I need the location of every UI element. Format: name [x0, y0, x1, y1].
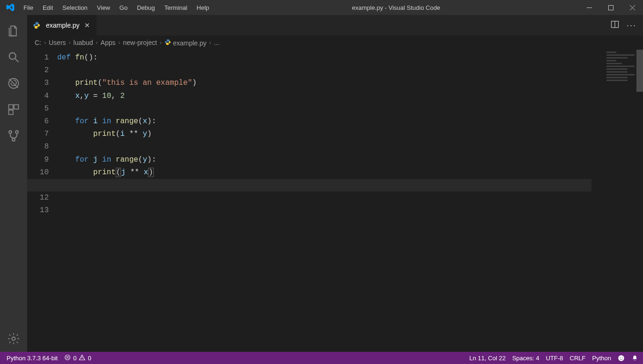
svg-rect-1: [608, 5, 613, 10]
extensions-icon[interactable]: [0, 97, 27, 123]
status-python-env[interactable]: Python 3.7.3 64-bit: [7, 355, 58, 362]
status-problems[interactable]: 0 0: [64, 354, 91, 362]
python-file-icon: [164, 39, 171, 45]
line-number: 10: [27, 166, 49, 179]
scrollbar-thumb[interactable]: [636, 50, 643, 92]
split-editor-icon[interactable]: [611, 20, 619, 30]
status-eol[interactable]: CRLF: [570, 355, 586, 362]
line-number: 6: [27, 115, 49, 128]
settings-gear-icon[interactable]: [0, 326, 27, 352]
tab-label: example.py: [46, 22, 80, 29]
code-line[interactable]: print(j ** x): [57, 166, 643, 179]
line-number: 8: [27, 141, 49, 153]
minimap[interactable]: [606, 52, 635, 112]
tabs-row: example.py ✕ ···: [27, 15, 643, 36]
more-actions-icon[interactable]: ···: [627, 21, 636, 30]
svg-rect-4: [9, 105, 13, 109]
menu-view[interactable]: View: [92, 1, 115, 14]
breadcrumb-item[interactable]: example.py: [164, 39, 207, 47]
svg-point-14: [620, 357, 621, 358]
error-icon: [64, 354, 71, 362]
code-line[interactable]: [57, 192, 643, 204]
close-button[interactable]: [621, 0, 643, 15]
code-line[interactable]: print(i ** y): [57, 128, 643, 141]
line-number: 7: [27, 128, 49, 141]
tab-close-icon[interactable]: ✕: [83, 22, 91, 29]
svg-rect-6: [9, 110, 13, 114]
status-feedback-icon[interactable]: [618, 355, 625, 362]
main: example.py ✕ ··· C:›Users›luabud›Apps›ne…: [0, 15, 643, 352]
vscode-logo-icon: [4, 3, 17, 12]
debug-disabled-icon[interactable]: [0, 70, 27, 97]
breadcrumbs[interactable]: C:›Users›luabud›Apps›new-project›example…: [27, 36, 643, 50]
svg-rect-0: [587, 7, 592, 8]
maximize-button[interactable]: [600, 0, 621, 15]
code-line[interactable]: print("this is an example"): [57, 77, 643, 89]
statusbar: Python 3.7.3 64-bit 0 0 Ln 11, Col 22 Sp…: [0, 352, 643, 364]
breadcrumb-item[interactable]: Apps: [101, 39, 116, 46]
python-env-label: Python 3.7.3 64-bit: [7, 355, 58, 362]
menu-go[interactable]: Go: [115, 1, 132, 14]
warning-icon: [79, 354, 85, 362]
warning-count: 0: [88, 355, 91, 362]
line-number: 4: [27, 90, 49, 103]
menu-debug[interactable]: Debug: [132, 1, 159, 14]
menu-help[interactable]: Help: [192, 1, 214, 14]
breadcrumb-item[interactable]: new-project: [123, 39, 157, 46]
window-controls: [578, 0, 643, 15]
tab-example-py[interactable]: example.py ✕: [27, 15, 97, 36]
editor-area: example.py ✕ ··· C:›Users›luabud›Apps›ne…: [27, 15, 643, 352]
svg-point-2: [9, 53, 16, 59]
code-line[interactable]: x,y = 10, 2: [57, 90, 643, 103]
svg-point-9: [12, 138, 15, 141]
titlebar: FileEditSelectionViewGoDebugTerminalHelp…: [0, 0, 643, 15]
code-line[interactable]: for i in range(x):: [57, 115, 643, 128]
chevron-right-icon: ›: [119, 39, 120, 46]
line-number: 2: [27, 64, 49, 77]
source-control-icon[interactable]: [0, 123, 27, 149]
code-line[interactable]: def fn():: [57, 52, 643, 64]
line-number: 12: [27, 192, 49, 204]
breadcrumb-item[interactable]: C:: [35, 39, 41, 46]
status-language[interactable]: Python: [592, 355, 611, 362]
line-number: 11: [27, 179, 49, 192]
code-content[interactable]: def fn(): print("this is an example") x,…: [57, 50, 643, 352]
status-cursor-pos[interactable]: Ln 11, Col 22: [470, 355, 506, 362]
line-number: 1: [27, 52, 49, 64]
svg-point-13: [618, 355, 624, 361]
status-bell-icon[interactable]: [631, 355, 638, 362]
menu-terminal[interactable]: Terminal: [159, 1, 192, 14]
chevron-right-icon: ›: [69, 39, 71, 46]
chevron-right-icon: ›: [160, 39, 162, 46]
menu-edit[interactable]: Edit: [38, 1, 58, 14]
chevron-right-icon: ›: [44, 39, 46, 46]
code-editor[interactable]: 12345678910111213 def fn(): print("this …: [27, 50, 643, 352]
code-line[interactable]: [57, 179, 643, 192]
status-indent[interactable]: Spaces: 4: [512, 355, 539, 362]
breadcrumb-item[interactable]: Users: [49, 39, 66, 46]
svg-rect-5: [14, 105, 18, 109]
code-line[interactable]: [57, 141, 643, 153]
python-file-icon: [33, 22, 40, 29]
menubar: FileEditSelectionViewGoDebugTerminalHelp: [19, 1, 214, 14]
line-number: 5: [27, 103, 49, 115]
menu-selection[interactable]: Selection: [58, 1, 92, 14]
search-icon[interactable]: [0, 44, 27, 70]
breadcrumb-item[interactable]: ...: [214, 39, 220, 46]
code-line[interactable]: [57, 64, 643, 77]
menu-file[interactable]: File: [19, 1, 38, 14]
breadcrumb-item[interactable]: luabud: [74, 39, 93, 46]
chevron-right-icon: ›: [96, 39, 98, 46]
activity-bar: [0, 15, 27, 352]
line-number: 9: [27, 154, 49, 166]
window-title: example.py - Visual Studio Code: [214, 4, 578, 11]
status-encoding[interactable]: UTF-8: [546, 355, 563, 362]
code-line[interactable]: [57, 103, 643, 115]
error-count: 0: [73, 355, 76, 362]
line-number: 13: [27, 204, 49, 217]
svg-point-8: [15, 131, 18, 134]
line-number: 3: [27, 77, 49, 89]
minimize-button[interactable]: [578, 0, 600, 15]
code-line[interactable]: for j in range(y):: [57, 154, 643, 166]
explorer-icon[interactable]: [0, 18, 27, 44]
